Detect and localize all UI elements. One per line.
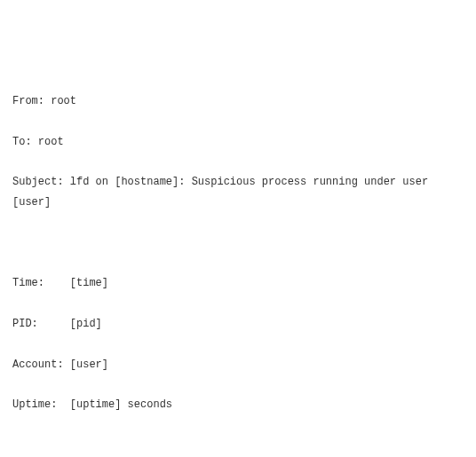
account-field: Account: [user] [12, 355, 464, 375]
uptime-field: Uptime: [uptime] seconds [12, 395, 464, 415]
from-line: From: root [12, 91, 464, 112]
to-line: To: root [12, 132, 464, 153]
pid-field: PID: [pid] [12, 314, 464, 335]
time-field: Time: [time] [12, 273, 464, 294]
blank-line [12, 436, 464, 456]
blank-line [12, 233, 464, 254]
subject-line: Subject: lfd on [hostname]: Suspicious p… [12, 172, 464, 213]
